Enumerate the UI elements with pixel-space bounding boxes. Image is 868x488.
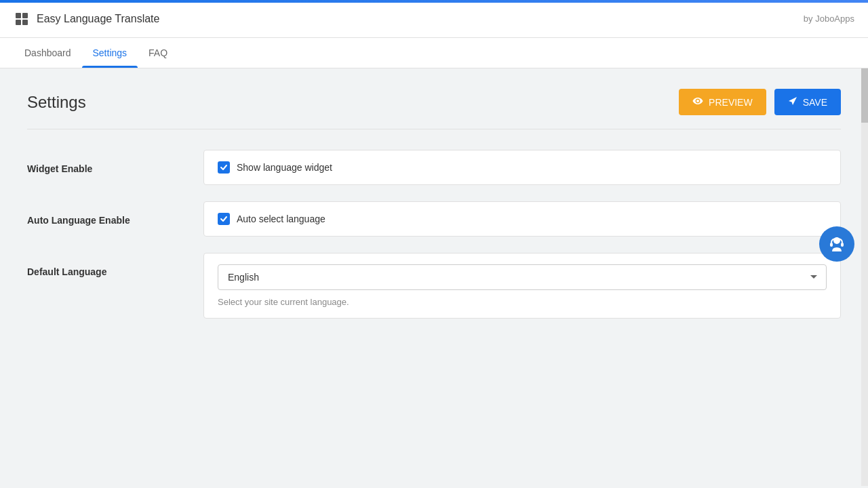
- auto-language-control: Auto select language: [203, 201, 841, 237]
- svg-rect-1: [22, 13, 28, 18]
- header-actions: PREVIEW SAVE: [679, 89, 841, 115]
- page-header: Settings PREVIEW SAV: [27, 89, 841, 115]
- auto-language-checkbox-label: Auto select language: [237, 214, 326, 224]
- scrollbar-thumb[interactable]: [861, 68, 868, 123]
- widget-enable-checkbox-row: Show language widget: [218, 161, 827, 174]
- widget-enable-control: Show language widget: [203, 150, 841, 185]
- nav-faq[interactable]: FAQ: [138, 38, 178, 68]
- app-title: Easy Language Translate: [37, 13, 159, 25]
- support-widget[interactable]: [819, 226, 854, 262]
- default-language-row: Default Language English Spanish French …: [27, 253, 841, 319]
- widget-enable-label: Widget Enable: [27, 150, 176, 174]
- preview-button[interactable]: PREVIEW: [679, 89, 766, 115]
- app-header: Easy Language Translate by JoboApps: [0, 0, 868, 38]
- app-icon: [14, 11, 30, 27]
- content-wrapper: Settings PREVIEW SAV: [0, 68, 868, 486]
- page-title: Settings: [27, 93, 86, 112]
- eye-icon: [692, 96, 703, 108]
- brand-label: by JoboApps: [804, 14, 854, 24]
- svg-rect-6: [841, 243, 844, 247]
- widget-enable-row: Widget Enable Show language widget: [27, 150, 841, 185]
- save-label: SAVE: [803, 97, 827, 108]
- auto-language-label: Auto Language Enable: [27, 201, 176, 226]
- svg-rect-5: [830, 243, 833, 247]
- default-language-control: English Spanish French German Italian Po…: [203, 253, 841, 319]
- divider: [27, 129, 841, 129]
- widget-enable-checkbox[interactable]: [218, 161, 230, 174]
- navigation: Dashboard Settings FAQ: [0, 38, 868, 68]
- scrollbar[interactable]: [861, 68, 868, 486]
- default-language-label: Default Language: [27, 253, 176, 277]
- auto-language-checkbox-row: Auto select language: [218, 213, 827, 225]
- main-content: Settings PREVIEW SAV: [0, 68, 868, 486]
- top-bar: [0, 0, 868, 3]
- svg-rect-3: [22, 20, 28, 25]
- header-left: Easy Language Translate: [14, 11, 159, 27]
- language-select[interactable]: English Spanish French German Italian Po…: [218, 264, 827, 290]
- preview-label: PREVIEW: [709, 97, 753, 108]
- svg-rect-0: [16, 13, 21, 18]
- send-icon: [788, 96, 797, 108]
- language-hint: Select your site current language.: [218, 297, 827, 307]
- svg-rect-2: [16, 20, 21, 25]
- nav-dashboard[interactable]: Dashboard: [14, 38, 82, 68]
- nav-settings[interactable]: Settings: [82, 38, 138, 68]
- auto-language-checkbox[interactable]: [218, 213, 230, 225]
- widget-enable-checkbox-label: Show language widget: [237, 162, 332, 173]
- save-button[interactable]: SAVE: [774, 89, 841, 115]
- auto-language-row: Auto Language Enable Auto select languag…: [27, 201, 841, 237]
